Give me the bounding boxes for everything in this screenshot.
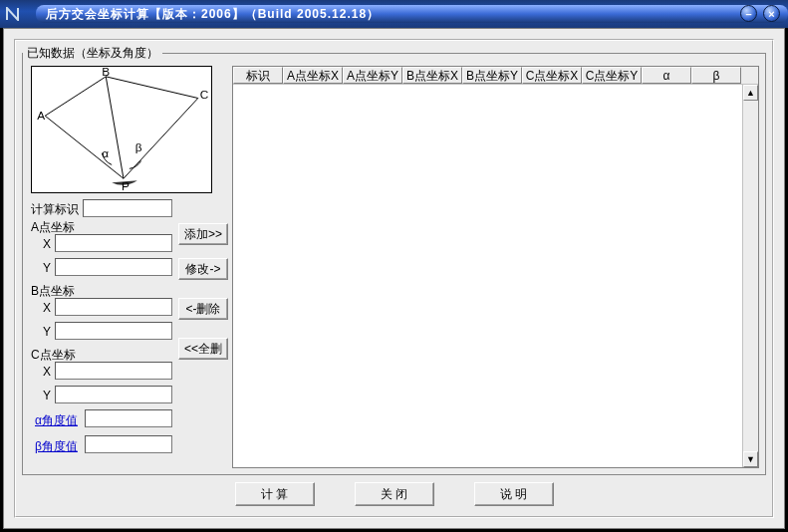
scroll-down-icon[interactable]: ▼ [743,451,758,467]
delete-button[interactable]: <-删除 [178,298,228,320]
beta-angle-input[interactable] [85,435,172,453]
add-button[interactable]: 添加>> [178,223,228,245]
scroll-up-icon[interactable]: ▲ [743,85,758,101]
col-alpha[interactable]: α [642,67,691,84]
close-button[interactable]: × [763,5,780,22]
window-title: 后方交会坐标计算【版本：2006】（Build 2005.12.18） [36,5,788,23]
svg-marker-0 [45,77,198,178]
b-x-label: X [43,301,51,315]
c-x-input[interactable] [55,362,172,380]
inner-panel: 已知数据（坐标及角度） A B C P α β [14,39,774,518]
col-cx[interactable]: C点坐标X [522,67,582,84]
app-icon [4,4,28,24]
footer-buttons: 计 算 关 闭 说 明 [16,482,772,506]
titlebar[interactable]: 后方交会坐标计算【版本：2006】（Build 2005.12.18） – × [0,0,788,28]
col-id[interactable]: 标识 [233,67,283,84]
diagram-label-beta: β [135,140,142,154]
alpha-angle-label[interactable]: α角度值 [35,412,78,429]
col-ay[interactable]: A点坐标Y [343,67,402,84]
col-bx[interactable]: B点坐标X [402,67,462,84]
diagram-label-alpha: α [102,146,109,160]
calc-id-input[interactable] [83,199,172,217]
diagram-label-a: A [37,109,45,123]
diagram-label-b: B [102,67,110,79]
calc-id-label: 计算标识 [31,201,79,218]
beta-angle-label[interactable]: β角度值 [35,438,78,455]
col-ax[interactable]: A点坐标X [283,67,343,84]
b-x-input[interactable] [55,298,172,316]
a-x-label: X [43,237,51,251]
a-x-input[interactable] [55,234,172,252]
modify-button[interactable]: 修改-> [178,258,228,280]
data-grid[interactable]: 标识 A点坐标X A点坐标Y B点坐标X B点坐标Y C点坐标X C点坐标Y α… [232,66,759,468]
compute-button[interactable]: 计 算 [235,482,315,506]
col-by[interactable]: B点坐标Y [462,67,522,84]
help-button[interactable]: 说 明 [474,482,554,506]
window-frame: 后方交会坐标计算【版本：2006】（Build 2005.12.18） – × … [0,0,788,532]
clear-all-button[interactable]: <<全删 [178,338,228,360]
minimize-button[interactable]: – [740,5,757,22]
group-legend: 已知数据（坐标及角度） [23,45,162,62]
c-x-label: X [43,365,51,379]
b-y-label: Y [43,325,51,339]
close-dialog-button[interactable]: 关 闭 [355,482,434,506]
col-beta[interactable]: β [691,67,741,84]
alpha-angle-input[interactable] [85,409,172,427]
grid-header: 标识 A点坐标X A点坐标Y B点坐标X B点坐标Y C点坐标X C点坐标Y α… [233,67,758,85]
window-body: 已知数据（坐标及角度） A B C P α β [3,28,785,529]
b-y-input[interactable] [55,322,172,340]
a-y-input[interactable] [55,258,172,276]
geometry-diagram: A B C P α β [31,66,212,193]
diagram-label-p: P [122,179,130,192]
grid-scrollbar[interactable]: ▲ ▼ [742,85,758,467]
diagram-label-c: C [200,88,209,102]
a-y-label: Y [43,261,51,275]
known-data-group: 已知数据（坐标及角度） A B C P α β [22,45,766,475]
c-y-input[interactable] [55,386,172,403]
col-cy[interactable]: C点坐标Y [582,67,642,84]
c-y-label: Y [43,389,51,402]
